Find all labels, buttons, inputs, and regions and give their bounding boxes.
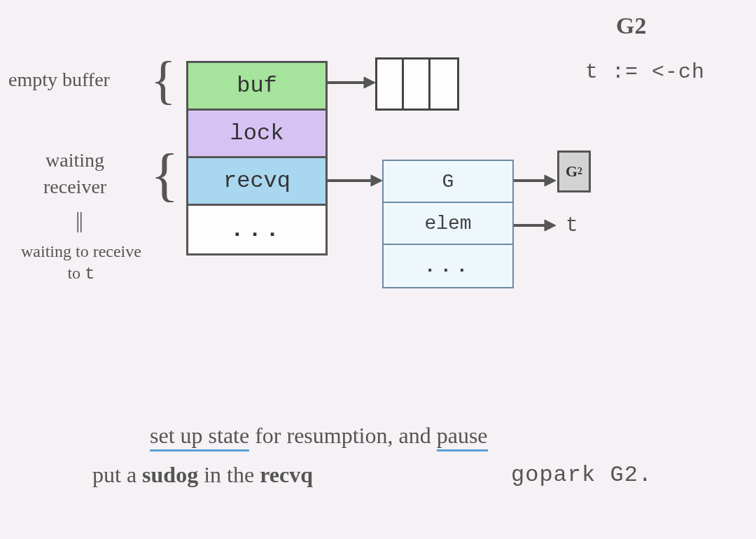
goroutine-g2-box: G2	[557, 150, 591, 192]
text-bold: sudog	[142, 462, 198, 487]
variable-t: t	[85, 265, 94, 284]
svg-marker-5	[545, 175, 556, 186]
variable-t-target: t	[566, 214, 578, 237]
buffer-cell	[430, 59, 457, 108]
field-ellipsis: ...	[188, 206, 326, 253]
svg-marker-1	[364, 77, 375, 88]
text: receiver	[43, 176, 106, 197]
brace-icon: {	[150, 53, 176, 106]
arrow-recvq-to-sudog	[328, 174, 384, 188]
annotation-waiting-to-receive: waiting to receive to t	[21, 241, 141, 285]
sudog-field-G: G	[384, 161, 512, 203]
caption-underlined: set up state	[150, 423, 249, 451]
g2-heading: G2	[616, 13, 646, 39]
text-bold: recvq	[260, 462, 313, 487]
field-buf: buf	[188, 63, 326, 111]
arrow-sudogG-to-g2	[514, 174, 557, 188]
text: in the	[198, 462, 260, 487]
sudog-field-ellipsis: ...	[384, 245, 512, 287]
buffer-cell	[377, 59, 404, 108]
text: waiting	[46, 149, 104, 171]
annotation-empty-buffer: empty buffer	[8, 69, 110, 91]
field-lock: lock	[188, 111, 326, 158]
field-recvq: recvq	[188, 158, 326, 206]
sudog-struct: G elem ...	[382, 160, 514, 288]
arrow-elem-to-t	[514, 218, 557, 232]
text: waiting to receive	[21, 242, 141, 260]
text: for resumption, and	[249, 423, 437, 448]
text: to	[67, 264, 85, 282]
text: G	[566, 162, 578, 181]
svg-marker-7	[545, 220, 556, 231]
brace-icon: {	[150, 146, 178, 204]
hchan-struct: buf lock recvq ...	[186, 61, 328, 255]
caption-line1: set up state for resumption, and pause	[150, 423, 488, 449]
g2-code-line: t := <-ch	[585, 60, 705, 84]
text: put a	[92, 462, 142, 487]
annotation-waiting-receiver: waiting receiver	[43, 147, 106, 200]
arrow-buf-to-buffer	[328, 76, 377, 90]
buffer-cell	[404, 59, 430, 108]
buffer-cells	[375, 57, 459, 111]
caption-line2-left: put a sudog in the recvq	[92, 462, 313, 488]
subscript: 2	[578, 166, 582, 177]
caption-line2-right: gopark G2.	[511, 462, 652, 488]
svg-marker-3	[371, 175, 382, 186]
parallel-symbol: ||	[76, 207, 82, 233]
caption-underlined: pause	[437, 423, 488, 451]
sudog-field-elem: elem	[384, 203, 512, 245]
